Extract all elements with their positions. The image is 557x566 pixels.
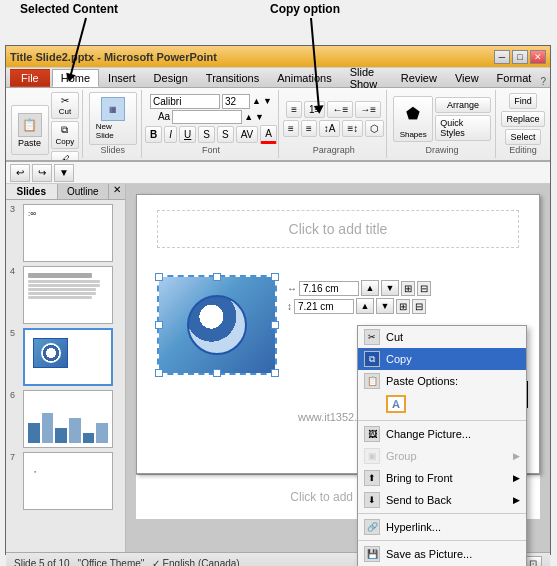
italic-button[interactable]: I: [164, 126, 177, 143]
ctx-group[interactable]: ▣ Group ▶: [358, 445, 526, 467]
tab-design[interactable]: Design: [145, 69, 197, 87]
handle-tr[interactable]: [271, 273, 279, 281]
panel-close-button[interactable]: ✕: [109, 184, 125, 199]
font-shrink2-icon[interactable]: ▼: [255, 112, 264, 122]
tab-review[interactable]: Review: [392, 69, 446, 87]
tab-home[interactable]: Home: [52, 69, 99, 87]
strikethrough-button[interactable]: S: [198, 126, 215, 143]
slide-img-3[interactable]: :∞: [23, 204, 113, 262]
shapes-button[interactable]: ⬟ Shapes: [393, 96, 433, 142]
copy-button[interactable]: ⧉Copy: [51, 121, 80, 149]
chart-bar3: [55, 428, 67, 443]
undo-button[interactable]: ↩: [10, 164, 30, 182]
bold-button[interactable]: B: [145, 126, 162, 143]
slide-thumb-7[interactable]: 7 ▪: [10, 452, 121, 510]
slide-thumb-3[interactable]: 3 :∞: [10, 204, 121, 262]
ctx-hyperlink-label: Hyperlink...: [386, 521, 441, 533]
handle-br[interactable]: [271, 369, 279, 377]
find-button[interactable]: Find: [509, 93, 537, 109]
slide-num-7: 7: [10, 452, 20, 462]
help-icon[interactable]: ?: [540, 76, 550, 87]
size-extra-btn4[interactable]: ⊟: [412, 299, 426, 314]
decrease-indent-button[interactable]: ←≡: [327, 101, 353, 118]
shadow-button[interactable]: S: [217, 126, 234, 143]
replace-button[interactable]: Replace: [501, 111, 544, 127]
handle-mr[interactable]: [271, 321, 279, 329]
paste-option-a[interactable]: A: [386, 395, 406, 413]
ctx-paste-options[interactable]: 📋 Paste Options:: [358, 370, 526, 392]
height-input[interactable]: [294, 299, 354, 314]
size-extra-btn1[interactable]: ⊞: [401, 281, 415, 296]
ctx-change-picture[interactable]: 🖼 Change Picture...: [358, 423, 526, 445]
toolbar-extra[interactable]: ▼: [54, 164, 74, 182]
selected-object[interactable]: [157, 275, 277, 375]
slide-thumb-4[interactable]: 4: [10, 266, 121, 324]
size-extra-btn3[interactable]: ⊞: [396, 299, 410, 314]
align-center-button[interactable]: ≡: [301, 120, 317, 137]
tab-animations[interactable]: Animations: [268, 69, 340, 87]
handle-bc[interactable]: [213, 369, 221, 377]
handle-tl[interactable]: [155, 273, 163, 281]
paste-button[interactable]: 📋 Paste: [11, 105, 49, 155]
tab-transitions[interactable]: Transitions: [197, 69, 268, 87]
font-shrink-icon[interactable]: ▼: [263, 96, 272, 106]
tab-slideshow[interactable]: Slide Show: [341, 69, 392, 87]
arrange-button[interactable]: Arrange: [435, 97, 491, 113]
slide5-disc: [41, 343, 61, 363]
font-input-row2[interactable]: [172, 110, 242, 124]
ctx-hyperlink[interactable]: 🔗 Hyperlink...: [358, 516, 526, 538]
format-painter-button[interactable]: 🖌: [51, 151, 80, 162]
slide-img-5[interactable]: [23, 328, 113, 386]
handle-tc[interactable]: [213, 273, 221, 281]
slide-img-7[interactable]: ▪: [23, 452, 113, 510]
tab-insert[interactable]: Insert: [99, 69, 145, 87]
align-left-button[interactable]: ≡: [283, 120, 299, 137]
slide-title-placeholder[interactable]: Click to add title: [157, 210, 519, 248]
height-down-button[interactable]: ▼: [376, 298, 394, 314]
slide-main[interactable]: Click to add title: [136, 194, 540, 474]
slide-thumb-6[interactable]: 6: [10, 390, 121, 448]
text-direction-button[interactable]: ↕A: [319, 120, 341, 137]
ctx-cut[interactable]: ✂ Cut: [358, 326, 526, 348]
ctx-send-to-back[interactable]: ⬇ Send to Back ▶: [358, 489, 526, 511]
size-extra-btn2[interactable]: ⊟: [417, 281, 431, 296]
char-spacing-button[interactable]: AV: [236, 126, 259, 143]
cut-button[interactable]: ✂Cut: [51, 92, 80, 119]
convert-smartart-button[interactable]: ⬡: [365, 120, 384, 137]
ctx-save-as-picture[interactable]: 💾 Save as Picture...: [358, 543, 526, 565]
font-color-button[interactable]: A: [260, 125, 277, 144]
tab-format[interactable]: Format: [488, 69, 541, 87]
width-down-button[interactable]: ▼: [381, 280, 399, 296]
minimize-button[interactable]: ─: [494, 50, 510, 64]
slide-img-4[interactable]: [23, 266, 113, 324]
increase-indent-button[interactable]: →≡: [355, 101, 381, 118]
tab-view[interactable]: View: [446, 69, 488, 87]
bullets-button[interactable]: ≡: [286, 101, 302, 118]
font-name-input[interactable]: [150, 94, 220, 109]
align-text-button[interactable]: ≡↕: [342, 120, 363, 137]
new-slide-button[interactable]: ▦ New Slide: [89, 92, 137, 145]
font-label: Font: [202, 145, 220, 156]
paragraph-controls: ≡ 1≡ ←≡ →≡ ≡ ≡ ↕A ≡↕ ⬡: [283, 92, 384, 145]
tab-slides[interactable]: Slides: [6, 184, 58, 199]
select-button[interactable]: Select: [505, 129, 540, 145]
font-size-input[interactable]: [222, 94, 250, 109]
quick-styles-button[interactable]: Quick Styles: [435, 115, 491, 141]
underline-button[interactable]: U: [179, 126, 196, 143]
restore-button[interactable]: □: [512, 50, 528, 64]
height-up-button[interactable]: ▲: [356, 298, 374, 314]
font-grow-icon[interactable]: ▲: [252, 96, 261, 106]
handle-ml[interactable]: [155, 321, 163, 329]
width-up-button[interactable]: ▲: [361, 280, 379, 296]
tab-file[interactable]: File: [10, 69, 50, 87]
width-input[interactable]: [299, 281, 359, 296]
close-button[interactable]: ✕: [530, 50, 546, 64]
font-size2-icon[interactable]: ▲: [244, 112, 253, 122]
slide-img-6[interactable]: [23, 390, 113, 448]
tab-outline[interactable]: Outline: [58, 184, 110, 199]
slide-thumb-5[interactable]: 5: [10, 328, 121, 386]
handle-bl[interactable]: [155, 369, 163, 377]
ctx-bring-to-front[interactable]: ⬆ Bring to Front ▶: [358, 467, 526, 489]
redo-button[interactable]: ↪: [32, 164, 52, 182]
ctx-copy[interactable]: ⧉ Copy: [358, 348, 526, 370]
